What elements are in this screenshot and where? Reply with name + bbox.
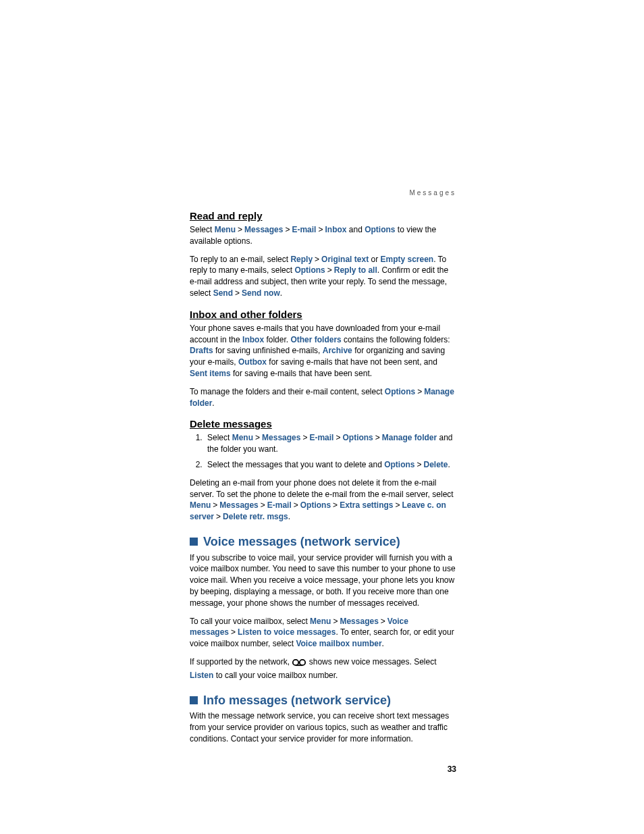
document-page: Messages Read and reply Select Menu>Mess… <box>0 0 644 814</box>
paragraph: To reply to an e-mail, select Reply>Orig… <box>190 254 456 299</box>
ui-term: E-mail <box>292 225 316 234</box>
ui-term: Options <box>300 500 331 510</box>
ui-term: Reply <box>290 255 313 264</box>
ui-term: Options <box>294 265 325 275</box>
section-bullet-icon <box>190 538 198 546</box>
svg-point-1 <box>300 660 305 665</box>
ui-term: Archive <box>323 346 352 355</box>
ui-term: Listen to voice messages <box>238 627 336 637</box>
ui-term: Manage folder <box>382 433 437 442</box>
paragraph: To call your voice mailbox, select Menu>… <box>190 616 456 650</box>
ui-term: Drafts <box>190 346 213 355</box>
ui-term: Extra settings <box>340 500 393 510</box>
ui-term: Messages <box>219 500 258 510</box>
voicemail-icon <box>292 658 306 670</box>
ui-term: Messages <box>244 225 283 234</box>
paragraph: To manage the folders and their e-mail c… <box>190 386 456 409</box>
list-item: Select Menu>Messages>E-mail>Options>Mana… <box>205 432 456 455</box>
ui-term: Empty screen <box>380 255 433 264</box>
ui-term: Menu <box>215 225 236 234</box>
paragraph: If supported by the network, shows new v… <box>190 656 456 681</box>
list-item: Select the messages that you want to del… <box>205 459 456 471</box>
ui-term: Options <box>365 225 395 234</box>
ui-term: Messages <box>262 433 300 442</box>
ui-term: Listen <box>190 671 213 680</box>
heading-inbox-folders: Inbox and other folders <box>190 309 456 320</box>
heading-delete-messages: Delete messages <box>190 418 456 429</box>
ui-term: Menu <box>232 433 253 442</box>
ui-term: Messages <box>340 617 378 626</box>
ui-term: Delete retr. msgs <box>223 512 288 521</box>
ui-term: Other folders <box>290 335 341 344</box>
ui-term: Inbox <box>242 335 264 344</box>
ui-term: Send now <box>242 288 280 298</box>
running-header: Messages <box>190 189 456 197</box>
ui-term: Menu <box>190 500 211 510</box>
ui-term: Outbox <box>238 357 267 367</box>
heading-voice-messages: Voice messages (network service) <box>190 535 456 550</box>
paragraph: Your phone saves e-mails that you have d… <box>190 323 456 380</box>
page-number: 33 <box>190 764 456 774</box>
ui-term: Inbox <box>325 225 346 234</box>
paragraph: If you subscribe to voice mail, your ser… <box>190 552 456 609</box>
heading-info-messages: Info messages (network service) <box>190 694 456 708</box>
ui-term: Delete <box>424 460 448 469</box>
paragraph: Deleting an e-mail from your phone does … <box>190 477 456 523</box>
ui-term: Options <box>385 387 415 396</box>
ui-term: Send <box>213 288 233 298</box>
paragraph: Select Menu>Messages>E-mail>Inbox and Op… <box>190 224 456 247</box>
ui-term: Options <box>384 460 414 469</box>
ordered-list: Select Menu>Messages>E-mail>Options>Mana… <box>190 432 456 470</box>
ui-term: Sent items <box>190 369 231 378</box>
ui-term: E-mail <box>309 433 333 442</box>
ui-term: Original text <box>321 255 369 264</box>
ui-term: Reply to all <box>334 265 377 275</box>
section-bullet-icon <box>190 696 198 704</box>
svg-point-0 <box>293 660 298 665</box>
heading-read-and-reply: Read and reply <box>190 210 456 221</box>
ui-term: Options <box>342 433 373 442</box>
paragraph: With the message network service, you ca… <box>190 710 456 744</box>
ui-term: Menu <box>310 617 331 626</box>
ui-term: E-mail <box>267 500 292 510</box>
ui-term: Voice mailbox number <box>296 639 381 648</box>
